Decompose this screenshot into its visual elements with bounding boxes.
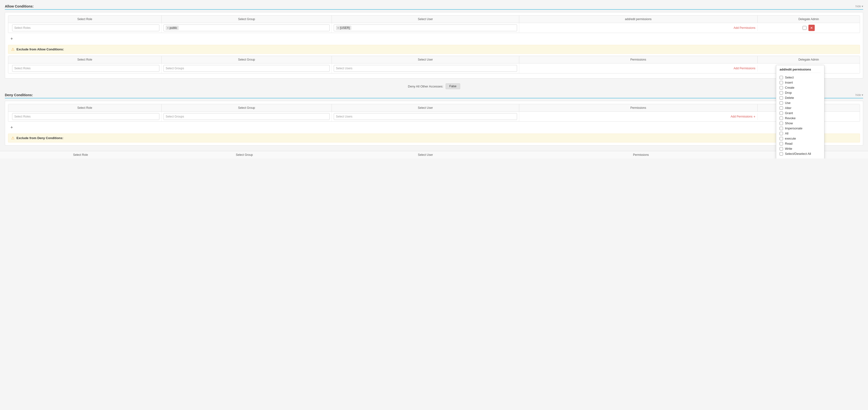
perm-read-item: Read	[780, 141, 821, 146]
exclude-allow-bar: ⚠ Exclude from Allow Conditions:	[8, 45, 860, 54]
deny-conditions-table: Select Role Select Group Select User Per…	[8, 104, 860, 122]
allow-conditions-box: Select Role Select Group Select User add…	[5, 12, 863, 79]
exclude-deny-bar: ⚠ Exclude from Deny Conditions:	[8, 134, 860, 143]
allow-add-row-btn[interactable]: +	[8, 35, 16, 43]
deny-conditions-hide[interactable]: hide ▾	[856, 93, 863, 97]
allow-delegate-checkbox[interactable]	[803, 26, 806, 30]
tag-remove-public[interactable]: ×	[167, 26, 168, 29]
deny-conditions-title: Deny Conditions:	[5, 93, 33, 97]
perm-execute-item: execute	[780, 136, 821, 141]
perm-select-checkbox[interactable]	[780, 76, 783, 79]
perm-execute-checkbox[interactable]	[780, 137, 783, 140]
perm-all-item: All	[780, 131, 821, 136]
allow-add-permissions-link[interactable]: Add Permissions	[734, 26, 755, 30]
exclude-deny-title: Exclude from Deny Conditions:	[17, 136, 63, 140]
deny-user-select[interactable]: Select Users	[334, 113, 517, 120]
perm-alter-checkbox[interactable]	[780, 106, 783, 110]
allow-group-select[interactable]: × public	[163, 25, 330, 31]
deny-table-header: Select Role Select Group Select User Per…	[8, 104, 860, 112]
perm-show-checkbox[interactable]	[780, 122, 783, 125]
perm-impersonate-checkbox[interactable]	[780, 127, 783, 130]
perm-select-deselect-all-label: Select/Deselect All	[785, 152, 811, 155]
allow-conditions-table: Select Role Select Group Select User add…	[8, 15, 860, 33]
deny-add-permissions-link[interactable]: Add Permissions +	[731, 115, 755, 118]
perm-select-deselect-all-item: Select/Deselect All	[780, 151, 821, 156]
public-tag: × public	[166, 26, 179, 30]
deny-role-select[interactable]: Select Roles	[12, 113, 159, 120]
perm-use-label: Use	[785, 101, 790, 105]
popup-title: add/edit permissions	[780, 68, 821, 73]
perm-drop-item: Drop	[780, 90, 821, 95]
allow-table-row: ⋮ Select Roles × public	[8, 23, 860, 33]
exclude-allow-title: Exclude from Allow Conditions:	[17, 48, 64, 51]
deny-drag-handle[interactable]: ⋮	[10, 114, 12, 119]
deny-add-row-btn[interactable]: +	[8, 124, 16, 131]
deny-group-select[interactable]: Select Groups	[163, 113, 330, 120]
allow-user-cell: × {USER}	[332, 23, 519, 33]
allow-col-role: Select Role	[8, 16, 161, 23]
perm-grant-label: Grant	[785, 111, 793, 115]
perm-insert-checkbox[interactable]	[780, 81, 783, 84]
excl-allow-user-cell: Select Users	[332, 63, 519, 73]
allow-col-delegate: Delegate Admin	[757, 16, 860, 23]
perm-execute-label: execute	[785, 137, 796, 140]
perm-all-label: All	[785, 131, 788, 135]
exclude-allow-row: ⋮ Select Roles Select Groups Select User…	[8, 63, 860, 73]
exclude-allow-header: Select Role Select Group Select User Per…	[8, 56, 860, 63]
allow-delete-row-btn[interactable]: ✕	[808, 25, 815, 31]
bottom-col-user: Select User	[331, 153, 520, 156]
perm-delete-checkbox[interactable]	[780, 96, 783, 99]
perm-create-item: Create	[780, 85, 821, 90]
exclude-allow-col-delegate: Delegate Admin	[757, 56, 860, 63]
perm-select-deselect-all-checkbox[interactable]	[780, 152, 783, 155]
excl-allow-role-cell: ⋮ Select Roles	[8, 63, 161, 73]
excl-allow-role-select[interactable]: Select Roles	[12, 65, 159, 72]
tag-remove-user[interactable]: ×	[337, 26, 339, 29]
deny-all-toggle[interactable]: False	[445, 83, 460, 89]
perm-insert-label: Insert	[785, 81, 793, 84]
allow-role-select[interactable]: Select Roles	[12, 25, 159, 31]
deny-permissions-cell: Add Permissions +	[519, 113, 758, 120]
perm-all-checkbox[interactable]	[780, 132, 783, 135]
deny-all-label: Deny All Other Accesses:	[408, 85, 443, 88]
perm-alter-item: Alter	[780, 106, 821, 111]
perm-revoke-checkbox[interactable]	[780, 117, 783, 120]
deny-col-role: Select Role	[8, 104, 161, 112]
allow-conditions-header: Allow Conditions: hide ▾	[5, 2, 863, 10]
perm-create-checkbox[interactable]	[780, 86, 783, 89]
exclude-allow-table: Select Role Select Group Select User Per…	[8, 56, 860, 74]
perm-select-label: Select	[785, 76, 794, 79]
perm-insert-item: Insert	[780, 80, 821, 85]
perm-write-item: Write	[780, 146, 821, 151]
perm-read-checkbox[interactable]	[780, 142, 783, 145]
perm-delete-label: Delete	[785, 96, 794, 99]
perm-drop-checkbox[interactable]	[780, 91, 783, 94]
drag-handle[interactable]: ⋮	[10, 26, 12, 30]
perm-use-checkbox[interactable]	[780, 101, 783, 105]
allow-col-user: Select User	[332, 16, 519, 23]
perm-drop-label: Drop	[785, 91, 792, 94]
allow-user-select[interactable]: × {USER}	[334, 25, 517, 31]
excl-drag-handle[interactable]: ⋮	[10, 66, 12, 71]
deny-all-row: Deny All Other Accesses: False	[5, 81, 863, 91]
excl-allow-user-select[interactable]: Select Users	[334, 65, 517, 72]
perm-read-label: Read	[785, 142, 793, 145]
allow-conditions-hide[interactable]: hide ▾	[856, 5, 863, 8]
deny-add-plus-icon: +	[753, 115, 755, 118]
exclude-deny-icon: ⚠	[11, 136, 14, 140]
excl-allow-add-permissions-link[interactable]: Add Permissions	[734, 67, 755, 70]
perm-write-checkbox[interactable]	[780, 147, 783, 150]
allow-conditions-title: Allow Conditions:	[5, 4, 34, 8]
allow-table-header: Select Role Select Group Select User add…	[8, 16, 860, 23]
deny-user-cell: Select Users	[332, 112, 519, 121]
deny-conditions-header: Deny Conditions: hide ▾	[5, 91, 863, 98]
excl-allow-group-select[interactable]: Select Groups	[163, 65, 330, 72]
allow-delegate-cell: ✕	[757, 23, 860, 32]
perm-create-label: Create	[785, 86, 795, 89]
exclude-allow-col-permissions: Permissions	[519, 56, 758, 63]
perm-grant-checkbox[interactable]	[780, 112, 783, 115]
perm-impersonate-item: Impersonate	[780, 126, 821, 131]
deny-conditions-box: Select Role Select Group Select User Per…	[5, 101, 863, 146]
bottom-col-permissions: Permissions	[520, 153, 762, 156]
perm-revoke-item: Revoke	[780, 116, 821, 121]
